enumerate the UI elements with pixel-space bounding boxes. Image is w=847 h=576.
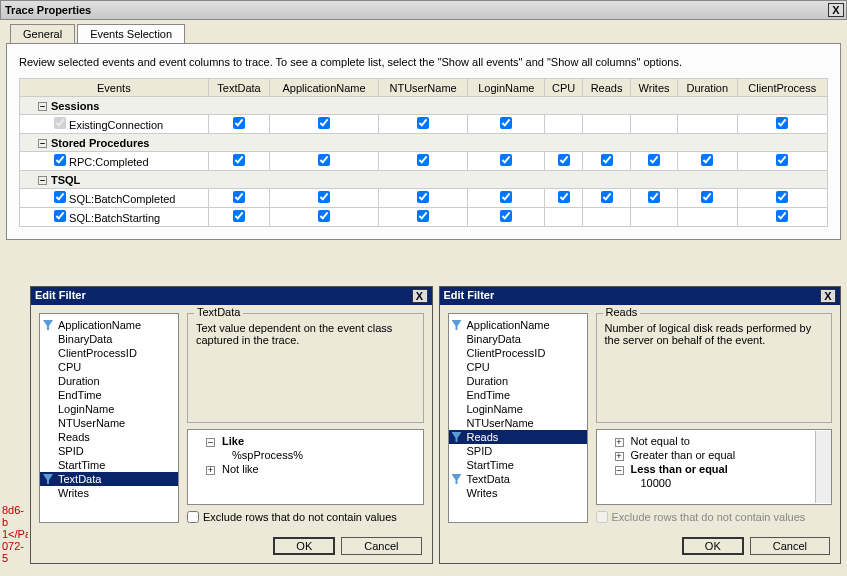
cell-check[interactable] bbox=[233, 210, 245, 222]
tab-general[interactable]: General bbox=[10, 24, 75, 43]
close-icon[interactable]: X bbox=[412, 289, 428, 303]
list-item[interactable]: LoginName bbox=[449, 402, 587, 416]
cell-check[interactable] bbox=[601, 191, 613, 203]
list-item[interactable]: SPID bbox=[449, 444, 587, 458]
tab-events-selection[interactable]: Events Selection bbox=[77, 24, 185, 43]
list-item[interactable]: NTUserName bbox=[40, 416, 178, 430]
cell-check[interactable] bbox=[417, 210, 429, 222]
tree-value[interactable]: %spProcess% bbox=[192, 448, 419, 462]
group-legend: TextData bbox=[194, 306, 243, 318]
list-item[interactable]: ClientProcessID bbox=[449, 346, 587, 360]
cell-check[interactable] bbox=[500, 117, 512, 129]
events-grid[interactable]: Events TextData ApplicationName NTUserNa… bbox=[19, 78, 828, 227]
cell-check[interactable] bbox=[776, 117, 788, 129]
collapse-icon[interactable]: – bbox=[206, 438, 215, 447]
col-reads[interactable]: Reads bbox=[583, 79, 631, 97]
list-item[interactable]: BinaryData bbox=[449, 332, 587, 346]
col-cpu[interactable]: CPU bbox=[545, 79, 583, 97]
row-check[interactable] bbox=[54, 191, 66, 203]
cell-check[interactable] bbox=[233, 154, 245, 166]
row-check[interactable] bbox=[54, 210, 66, 222]
list-item[interactable]: CPU bbox=[449, 360, 587, 374]
row-check[interactable] bbox=[54, 154, 66, 166]
col-appname[interactable]: ApplicationName bbox=[270, 79, 378, 97]
list-item[interactable]: SPID bbox=[40, 444, 178, 458]
list-item[interactable]: Reads bbox=[40, 430, 178, 444]
list-item[interactable]: EndTime bbox=[449, 388, 587, 402]
close-icon[interactable]: X bbox=[820, 289, 836, 303]
list-item[interactable]: StartTime bbox=[449, 458, 587, 472]
cell-check[interactable] bbox=[648, 191, 660, 203]
cell-check[interactable] bbox=[776, 191, 788, 203]
list-item[interactable]: LoginName bbox=[40, 402, 178, 416]
cell-check[interactable] bbox=[417, 191, 429, 203]
close-icon[interactable]: X bbox=[828, 3, 844, 17]
col-login[interactable]: LoginName bbox=[468, 79, 545, 97]
cell-check[interactable] bbox=[318, 210, 330, 222]
cell-check[interactable] bbox=[701, 191, 713, 203]
cell-check[interactable] bbox=[558, 191, 570, 203]
ok-button[interactable]: OK bbox=[682, 537, 744, 555]
cancel-button[interactable]: Cancel bbox=[750, 537, 830, 555]
cell-check[interactable] bbox=[417, 154, 429, 166]
cell-check[interactable] bbox=[776, 154, 788, 166]
exclude-checkbox[interactable]: Exclude rows that do not contain values bbox=[187, 511, 424, 523]
tree-node-lte[interactable]: Less than or equal bbox=[631, 463, 728, 475]
cell-check[interactable] bbox=[500, 191, 512, 203]
list-item[interactable]: Writes bbox=[449, 486, 587, 500]
cell-check[interactable] bbox=[500, 154, 512, 166]
cell-check[interactable] bbox=[318, 117, 330, 129]
cell-check[interactable] bbox=[558, 154, 570, 166]
cell-check[interactable] bbox=[233, 191, 245, 203]
ok-button[interactable]: OK bbox=[273, 537, 335, 555]
list-item[interactable]: ClientProcessID bbox=[40, 346, 178, 360]
tree-node-neq[interactable]: Not equal to bbox=[631, 435, 690, 447]
list-item[interactable]: BinaryData bbox=[40, 332, 178, 346]
list-item[interactable]: ApplicationName bbox=[40, 318, 178, 332]
condition-tree[interactable]: – Like %spProcess% + Not like bbox=[187, 429, 424, 505]
tree-value[interactable]: 10000 bbox=[601, 476, 828, 490]
column-list[interactable]: ApplicationName BinaryData ClientProcess… bbox=[39, 313, 179, 523]
col-events[interactable]: Events bbox=[20, 79, 209, 97]
tree-node-like[interactable]: Like bbox=[222, 435, 244, 447]
expand-icon[interactable]: + bbox=[615, 438, 624, 447]
cell-check[interactable] bbox=[776, 210, 788, 222]
cell-check[interactable] bbox=[318, 154, 330, 166]
list-item[interactable]: Duration bbox=[40, 374, 178, 388]
list-item[interactable]: Duration bbox=[449, 374, 587, 388]
tree-node-gte[interactable]: Greater than or equal bbox=[631, 449, 736, 461]
list-item-selected[interactable]: Reads bbox=[449, 430, 587, 444]
cancel-button[interactable]: Cancel bbox=[341, 537, 421, 555]
col-clientprocess[interactable]: ClientProcess bbox=[737, 79, 827, 97]
cell-check[interactable] bbox=[601, 154, 613, 166]
col-ntuser[interactable]: NTUserName bbox=[378, 79, 468, 97]
tree-node-notlike[interactable]: Not like bbox=[222, 463, 259, 475]
cell-check[interactable] bbox=[648, 154, 660, 166]
expand-icon[interactable]: + bbox=[206, 466, 215, 475]
list-item-selected[interactable]: TextData bbox=[40, 472, 178, 486]
collapse-icon[interactable]: – bbox=[38, 176, 47, 185]
cell-check[interactable] bbox=[233, 117, 245, 129]
list-item[interactable]: NTUserName bbox=[449, 416, 587, 430]
collapse-icon[interactable]: – bbox=[38, 102, 47, 111]
list-item[interactable]: ApplicationName bbox=[449, 318, 587, 332]
cell-check[interactable] bbox=[318, 191, 330, 203]
list-item[interactable]: StartTime bbox=[40, 458, 178, 472]
title-bar: Trace Properties X bbox=[0, 0, 847, 20]
list-item[interactable]: Writes bbox=[40, 486, 178, 500]
cell-check[interactable] bbox=[701, 154, 713, 166]
col-writes[interactable]: Writes bbox=[631, 79, 678, 97]
col-textdata[interactable]: TextData bbox=[208, 79, 270, 97]
list-item[interactable]: EndTime bbox=[40, 388, 178, 402]
cell-check[interactable] bbox=[500, 210, 512, 222]
list-item[interactable]: TextData bbox=[449, 472, 587, 486]
cell-check[interactable] bbox=[417, 117, 429, 129]
scrollbar[interactable] bbox=[815, 431, 831, 503]
col-duration[interactable]: Duration bbox=[678, 79, 737, 97]
list-item[interactable]: CPU bbox=[40, 360, 178, 374]
condition-tree[interactable]: + Not equal to + Greater than or equal –… bbox=[596, 429, 833, 505]
collapse-icon[interactable]: – bbox=[38, 139, 47, 148]
expand-icon[interactable]: + bbox=[615, 452, 624, 461]
collapse-icon[interactable]: – bbox=[615, 466, 624, 475]
column-list[interactable]: ApplicationName BinaryData ClientProcess… bbox=[448, 313, 588, 523]
